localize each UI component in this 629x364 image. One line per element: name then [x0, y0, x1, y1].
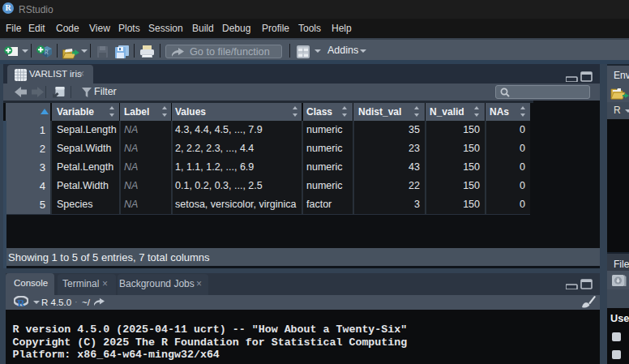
svg-text:R: R: [17, 297, 25, 308]
svg-text:R: R: [45, 49, 49, 56]
